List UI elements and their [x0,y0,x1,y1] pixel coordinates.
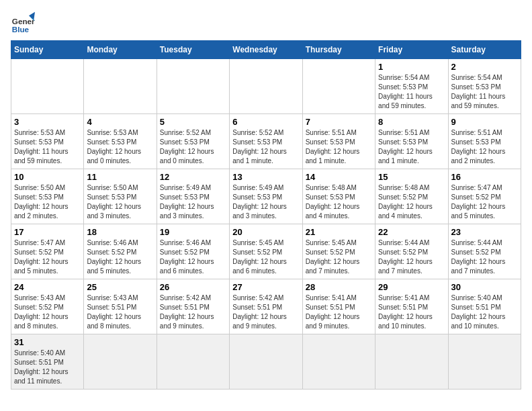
day-number: 3 [14,117,81,127]
calendar-cell: 11Sunrise: 5:50 AM Sunset: 5:53 PM Dayli… [84,169,157,224]
calendar-cell: 8Sunrise: 5:51 AM Sunset: 5:53 PM Daylig… [375,114,448,169]
week-row-4: 17Sunrise: 5:47 AM Sunset: 5:52 PM Dayli… [11,224,521,279]
day-info: Sunrise: 5:50 AM Sunset: 5:53 PM Dayligh… [14,183,81,221]
calendar-cell: 22Sunrise: 5:44 AM Sunset: 5:52 PM Dayli… [375,224,448,279]
day-number: 27 [232,282,299,292]
calendar-cell: 2Sunrise: 5:54 AM Sunset: 5:53 PM Daylig… [448,59,521,114]
calendar-cell [448,334,521,390]
day-info: Sunrise: 5:48 AM Sunset: 5:53 PM Dayligh… [306,183,372,221]
day-info: Sunrise: 5:51 AM Sunset: 5:53 PM Dayligh… [451,128,518,166]
calendar-cell [157,334,229,390]
day-number: 6 [232,117,299,127]
weekday-header-friday: Friday [375,41,448,59]
calendar-cell: 28Sunrise: 5:41 AM Sunset: 5:51 PM Dayli… [302,279,375,334]
calendar-cell [230,59,302,114]
day-info: Sunrise: 5:51 AM Sunset: 5:53 PM Dayligh… [306,128,372,166]
day-info: Sunrise: 5:42 AM Sunset: 5:51 PM Dayligh… [232,293,299,331]
day-info: Sunrise: 5:49 AM Sunset: 5:53 PM Dayligh… [232,183,299,221]
day-info: Sunrise: 5:53 AM Sunset: 5:53 PM Dayligh… [87,128,153,166]
weekday-header-monday: Monday [84,41,157,59]
calendar-cell [11,59,84,114]
day-info: Sunrise: 5:43 AM Sunset: 5:52 PM Dayligh… [14,293,81,331]
calendar-cell [375,334,448,390]
day-number: 14 [306,172,372,182]
day-info: Sunrise: 5:47 AM Sunset: 5:52 PM Dayligh… [14,238,81,276]
calendar-cell: 24Sunrise: 5:43 AM Sunset: 5:52 PM Dayli… [11,279,84,334]
day-info: Sunrise: 5:45 AM Sunset: 5:52 PM Dayligh… [306,238,372,276]
day-number: 9 [451,117,518,127]
day-number: 15 [378,172,445,182]
day-info: Sunrise: 5:44 AM Sunset: 5:52 PM Dayligh… [451,238,518,276]
day-number: 10 [14,172,81,182]
calendar-cell: 12Sunrise: 5:49 AM Sunset: 5:53 PM Dayli… [157,169,229,224]
day-info: Sunrise: 5:52 AM Sunset: 5:53 PM Dayligh… [232,128,299,166]
calendar-cell: 21Sunrise: 5:45 AM Sunset: 5:52 PM Dayli… [302,224,375,279]
calendar-cell [84,59,157,114]
day-info: Sunrise: 5:54 AM Sunset: 5:53 PM Dayligh… [451,73,518,111]
day-number: 31 [14,337,81,347]
calendar-cell: 4Sunrise: 5:53 AM Sunset: 5:53 PM Daylig… [84,114,157,169]
day-info: Sunrise: 5:48 AM Sunset: 5:52 PM Dayligh… [378,183,445,221]
calendar-cell: 18Sunrise: 5:46 AM Sunset: 5:52 PM Dayli… [84,224,157,279]
day-info: Sunrise: 5:43 AM Sunset: 5:51 PM Dayligh… [87,293,153,331]
day-info: Sunrise: 5:47 AM Sunset: 5:52 PM Dayligh… [451,183,518,221]
calendar-cell: 16Sunrise: 5:47 AM Sunset: 5:52 PM Dayli… [448,169,521,224]
calendar-cell [84,334,157,390]
calendar-cell [157,59,229,114]
day-number: 11 [87,172,153,182]
day-number: 13 [232,172,299,182]
day-info: Sunrise: 5:42 AM Sunset: 5:51 PM Dayligh… [160,293,226,331]
svg-text:Blue: Blue [12,25,30,34]
calendar-cell [302,334,375,390]
day-number: 8 [378,117,445,127]
calendar-cell: 17Sunrise: 5:47 AM Sunset: 5:52 PM Dayli… [11,224,84,279]
weekday-header-wednesday: Wednesday [230,41,302,59]
day-info: Sunrise: 5:45 AM Sunset: 5:52 PM Dayligh… [232,238,299,276]
day-number: 29 [378,282,445,292]
day-number: 26 [160,282,226,292]
day-info: Sunrise: 5:46 AM Sunset: 5:52 PM Dayligh… [87,238,153,276]
day-number: 2 [451,62,518,72]
weekday-header-saturday: Saturday [448,41,521,59]
calendar-cell: 15Sunrise: 5:48 AM Sunset: 5:52 PM Dayli… [375,169,448,224]
calendar-cell: 20Sunrise: 5:45 AM Sunset: 5:52 PM Dayli… [230,224,302,279]
day-number: 22 [378,227,445,237]
week-row-1: 1Sunrise: 5:54 AM Sunset: 5:53 PM Daylig… [11,59,521,114]
calendar-cell: 9Sunrise: 5:51 AM Sunset: 5:53 PM Daylig… [448,114,521,169]
calendar-cell: 5Sunrise: 5:52 AM Sunset: 5:53 PM Daylig… [157,114,229,169]
logo-icon: General Blue [11,11,35,35]
calendar-cell [230,334,302,390]
calendar-cell: 27Sunrise: 5:42 AM Sunset: 5:51 PM Dayli… [230,279,302,334]
day-number: 1 [378,62,445,72]
day-info: Sunrise: 5:50 AM Sunset: 5:53 PM Dayligh… [87,183,153,221]
day-info: Sunrise: 5:46 AM Sunset: 5:52 PM Dayligh… [160,238,226,276]
day-number: 4 [87,117,153,127]
day-number: 24 [14,282,81,292]
day-number: 30 [451,282,518,292]
weekday-header-tuesday: Tuesday [157,41,229,59]
calendar-cell: 10Sunrise: 5:50 AM Sunset: 5:53 PM Dayli… [11,169,84,224]
calendar-cell [302,59,375,114]
day-number: 12 [160,172,226,182]
calendar-cell: 26Sunrise: 5:42 AM Sunset: 5:51 PM Dayli… [157,279,229,334]
calendar-cell: 3Sunrise: 5:53 AM Sunset: 5:53 PM Daylig… [11,114,84,169]
calendar-cell: 25Sunrise: 5:43 AM Sunset: 5:51 PM Dayli… [84,279,157,334]
day-info: Sunrise: 5:49 AM Sunset: 5:53 PM Dayligh… [160,183,226,221]
day-info: Sunrise: 5:41 AM Sunset: 5:51 PM Dayligh… [306,293,372,331]
calendar-cell: 29Sunrise: 5:41 AM Sunset: 5:51 PM Dayli… [375,279,448,334]
day-number: 7 [306,117,372,127]
header: General Blue [11,11,521,35]
weekday-header-row: SundayMondayTuesdayWednesdayThursdayFrid… [11,41,521,59]
calendar-cell: 31Sunrise: 5:40 AM Sunset: 5:51 PM Dayli… [11,334,84,390]
calendar-cell: 30Sunrise: 5:40 AM Sunset: 5:51 PM Dayli… [448,279,521,334]
week-row-3: 10Sunrise: 5:50 AM Sunset: 5:53 PM Dayli… [11,169,521,224]
day-number: 21 [306,227,372,237]
week-row-2: 3Sunrise: 5:53 AM Sunset: 5:53 PM Daylig… [11,114,521,169]
day-number: 18 [87,227,153,237]
day-info: Sunrise: 5:51 AM Sunset: 5:53 PM Dayligh… [378,128,445,166]
day-info: Sunrise: 5:53 AM Sunset: 5:53 PM Dayligh… [14,128,81,166]
logo: General Blue [11,11,38,35]
day-info: Sunrise: 5:40 AM Sunset: 5:51 PM Dayligh… [14,349,81,386]
day-number: 16 [451,172,518,182]
calendar-cell: 14Sunrise: 5:48 AM Sunset: 5:53 PM Dayli… [302,169,375,224]
